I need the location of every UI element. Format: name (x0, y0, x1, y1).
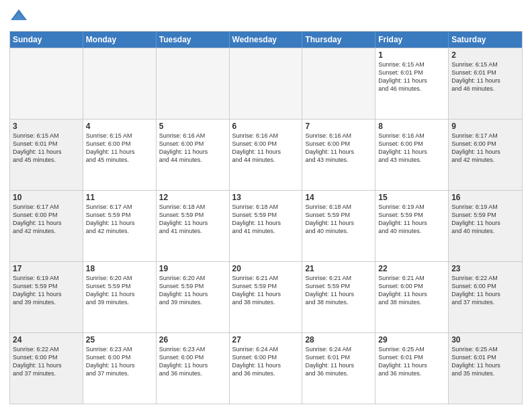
day-number: 24 (13, 335, 80, 345)
day-info: Sunrise: 6:16 AM Sunset: 6:00 PM Dayligh… (232, 132, 300, 165)
cal-week-5: 24Sunrise: 6:22 AM Sunset: 6:00 PM Dayli… (10, 332, 522, 404)
day-number: 20 (232, 264, 300, 273)
day-number: 30 (451, 335, 519, 345)
day-number: 12 (159, 193, 226, 202)
cal-day-8: 8Sunrise: 6:16 AM Sunset: 6:00 PM Daylig… (375, 120, 449, 190)
cal-week-1: 1Sunrise: 6:15 AM Sunset: 6:01 PM Daylig… (10, 48, 522, 119)
cal-day-1: 1Sunrise: 6:15 AM Sunset: 6:01 PM Daylig… (375, 48, 449, 119)
day-number: 10 (13, 193, 80, 202)
cal-header-wednesday: Wednesday (230, 32, 303, 48)
day-number: 4 (86, 122, 153, 131)
cal-day-13: 13Sunrise: 6:18 AM Sunset: 5:59 PM Dayli… (230, 191, 303, 261)
cal-day-22: 22Sunrise: 6:21 AM Sunset: 6:00 PM Dayli… (375, 262, 449, 332)
day-number: 25 (86, 335, 153, 345)
cal-day-5: 5Sunrise: 6:16 AM Sunset: 6:00 PM Daylig… (157, 120, 230, 190)
cal-header-tuesday: Tuesday (157, 32, 230, 48)
day-number: 11 (86, 193, 153, 202)
day-number: 1 (378, 50, 445, 60)
day-number: 29 (378, 335, 445, 345)
day-info: Sunrise: 6:20 AM Sunset: 5:59 PM Dayligh… (86, 274, 153, 307)
day-info: Sunrise: 6:21 AM Sunset: 6:00 PM Dayligh… (378, 274, 445, 307)
day-info: Sunrise: 6:16 AM Sunset: 6:00 PM Dayligh… (305, 132, 372, 165)
cal-day-3: 3Sunrise: 6:15 AM Sunset: 6:01 PM Daylig… (10, 120, 83, 190)
header (9, 7, 523, 26)
cal-header-saturday: Saturday (449, 32, 522, 48)
day-info: Sunrise: 6:15 AM Sunset: 6:01 PM Dayligh… (378, 60, 445, 93)
day-number: 14 (305, 193, 372, 202)
cal-day-4: 4Sunrise: 6:15 AM Sunset: 6:00 PM Daylig… (83, 120, 157, 190)
calendar: SundayMondayTuesdayWednesdayThursdayFrid… (9, 31, 523, 404)
day-info: Sunrise: 6:21 AM Sunset: 5:59 PM Dayligh… (232, 274, 300, 307)
day-info: Sunrise: 6:25 AM Sunset: 6:01 PM Dayligh… (378, 345, 445, 378)
day-number: 8 (378, 122, 445, 131)
day-number: 3 (13, 122, 80, 131)
cal-header-friday: Friday (375, 32, 449, 48)
cal-day-7: 7Sunrise: 6:16 AM Sunset: 6:00 PM Daylig… (302, 120, 375, 190)
day-info: Sunrise: 6:16 AM Sunset: 6:00 PM Dayligh… (378, 132, 445, 165)
day-number: 17 (13, 264, 80, 273)
cal-empty-0-3 (230, 48, 303, 119)
day-info: Sunrise: 6:18 AM Sunset: 5:59 PM Dayligh… (159, 203, 226, 236)
day-number: 21 (305, 264, 372, 273)
cal-day-20: 20Sunrise: 6:21 AM Sunset: 5:59 PM Dayli… (230, 262, 303, 332)
calendar-page: SundayMondayTuesdayWednesdayThursdayFrid… (0, 0, 532, 411)
cal-day-10: 10Sunrise: 6:17 AM Sunset: 6:00 PM Dayli… (10, 191, 83, 261)
day-number: 28 (305, 335, 372, 345)
day-info: Sunrise: 6:19 AM Sunset: 5:59 PM Dayligh… (451, 203, 519, 236)
cal-week-3: 10Sunrise: 6:17 AM Sunset: 6:00 PM Dayli… (10, 190, 522, 261)
cal-day-12: 12Sunrise: 6:18 AM Sunset: 5:59 PM Dayli… (157, 191, 230, 261)
day-number: 15 (378, 193, 445, 202)
cal-day-27: 27Sunrise: 6:24 AM Sunset: 6:00 PM Dayli… (230, 333, 303, 404)
cal-day-21: 21Sunrise: 6:21 AM Sunset: 5:59 PM Dayli… (302, 262, 375, 332)
day-info: Sunrise: 6:17 AM Sunset: 6:00 PM Dayligh… (451, 132, 519, 165)
day-number: 5 (159, 122, 226, 131)
cal-day-2: 2Sunrise: 6:15 AM Sunset: 6:01 PM Daylig… (449, 48, 522, 119)
day-number: 13 (232, 193, 300, 202)
cal-header-thursday: Thursday (302, 32, 375, 48)
day-info: Sunrise: 6:24 AM Sunset: 6:00 PM Dayligh… (232, 345, 300, 378)
day-info: Sunrise: 6:23 AM Sunset: 6:00 PM Dayligh… (86, 345, 153, 378)
day-info: Sunrise: 6:22 AM Sunset: 6:00 PM Dayligh… (13, 345, 80, 378)
day-info: Sunrise: 6:25 AM Sunset: 6:01 PM Dayligh… (451, 345, 519, 378)
day-info: Sunrise: 6:15 AM Sunset: 6:00 PM Dayligh… (86, 132, 153, 165)
day-number: 2 (451, 50, 519, 60)
day-number: 16 (451, 193, 519, 202)
cal-day-23: 23Sunrise: 6:22 AM Sunset: 6:00 PM Dayli… (449, 262, 522, 332)
cal-empty-0-0 (10, 48, 83, 119)
day-number: 9 (451, 122, 519, 131)
cal-day-24: 24Sunrise: 6:22 AM Sunset: 6:00 PM Dayli… (10, 333, 83, 404)
cal-day-15: 15Sunrise: 6:19 AM Sunset: 5:59 PM Dayli… (375, 191, 449, 261)
cal-header-sunday: Sunday (10, 32, 83, 48)
calendar-body: 1Sunrise: 6:15 AM Sunset: 6:01 PM Daylig… (10, 48, 522, 404)
day-number: 18 (86, 264, 153, 273)
day-number: 19 (159, 264, 226, 273)
cal-day-11: 11Sunrise: 6:17 AM Sunset: 5:59 PM Dayli… (83, 191, 157, 261)
day-info: Sunrise: 6:23 AM Sunset: 6:00 PM Dayligh… (159, 345, 226, 378)
cal-header-monday: Monday (83, 32, 157, 48)
cal-week-4: 17Sunrise: 6:19 AM Sunset: 5:59 PM Dayli… (10, 261, 522, 332)
cal-day-28: 28Sunrise: 6:24 AM Sunset: 6:01 PM Dayli… (302, 333, 375, 404)
cal-day-30: 30Sunrise: 6:25 AM Sunset: 6:01 PM Dayli… (449, 333, 522, 404)
day-number: 6 (232, 122, 300, 131)
day-number: 22 (378, 264, 445, 273)
cal-empty-0-4 (302, 48, 375, 119)
day-info: Sunrise: 6:18 AM Sunset: 5:59 PM Dayligh… (305, 203, 372, 236)
day-info: Sunrise: 6:19 AM Sunset: 5:59 PM Dayligh… (378, 203, 445, 236)
day-number: 7 (305, 122, 372, 131)
cal-empty-0-2 (157, 48, 230, 119)
calendar-header-row: SundayMondayTuesdayWednesdayThursdayFrid… (10, 32, 522, 48)
day-info: Sunrise: 6:18 AM Sunset: 5:59 PM Dayligh… (232, 203, 300, 236)
cal-day-17: 17Sunrise: 6:19 AM Sunset: 5:59 PM Dayli… (10, 262, 83, 332)
day-info: Sunrise: 6:19 AM Sunset: 5:59 PM Dayligh… (13, 274, 80, 307)
cal-week-2: 3Sunrise: 6:15 AM Sunset: 6:01 PM Daylig… (10, 119, 522, 190)
day-number: 27 (232, 335, 300, 345)
cal-day-25: 25Sunrise: 6:23 AM Sunset: 6:00 PM Dayli… (83, 333, 157, 404)
day-info: Sunrise: 6:15 AM Sunset: 6:01 PM Dayligh… (13, 132, 80, 165)
day-info: Sunrise: 6:16 AM Sunset: 6:00 PM Dayligh… (159, 132, 226, 165)
day-info: Sunrise: 6:17 AM Sunset: 5:59 PM Dayligh… (86, 203, 153, 236)
day-info: Sunrise: 6:15 AM Sunset: 6:01 PM Dayligh… (451, 60, 519, 93)
logo-icon (9, 7, 28, 26)
cal-day-19: 19Sunrise: 6:20 AM Sunset: 5:59 PM Dayli… (157, 262, 230, 332)
cal-day-26: 26Sunrise: 6:23 AM Sunset: 6:00 PM Dayli… (157, 333, 230, 404)
day-number: 26 (159, 335, 226, 345)
